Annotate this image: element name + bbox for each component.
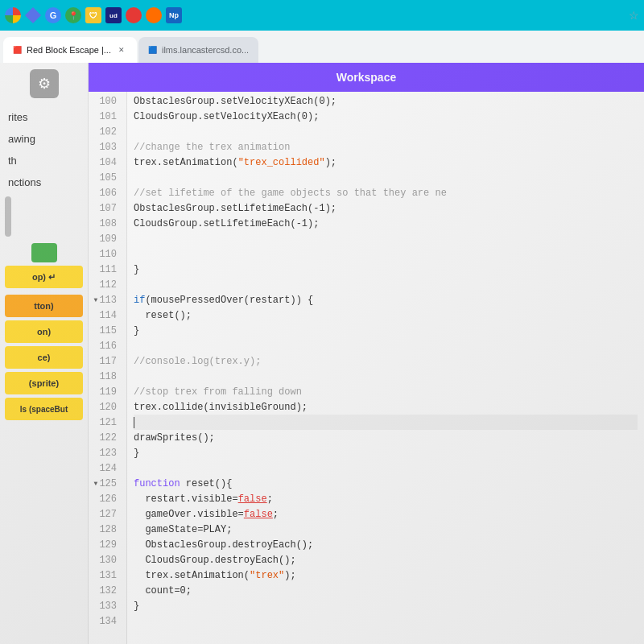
line-number-133: 133 xyxy=(89,598,122,613)
sidebar: ⚙ rites awing th nctions op) ↵ tton) xyxy=(0,63,89,644)
line-number-111: 111 xyxy=(89,262,122,277)
line-number-125: 125 xyxy=(89,476,122,491)
line-number-109: 109 xyxy=(89,231,122,246)
line-number-134: 134 xyxy=(89,613,122,629)
diamond-icon[interactable] xyxy=(25,7,41,23)
star-icon[interactable]: ☆ xyxy=(629,9,639,22)
line-number-116: 116 xyxy=(89,338,122,353)
line-number-112: 112 xyxy=(89,277,122,292)
code-line-125: function reset(){ xyxy=(134,476,638,491)
block-tton[interactable]: tton) xyxy=(5,295,83,317)
line-number-103: 103 xyxy=(89,139,122,155)
code-line-116 xyxy=(134,338,638,353)
line-number-100: 100 xyxy=(89,93,122,109)
line-number-127: 127 xyxy=(89,506,122,522)
code-line-128: gameState=PLAY; xyxy=(134,522,638,537)
code-content[interactable]: ObstaclesGroup.setVelocityXEach(0);Cloud… xyxy=(127,92,644,644)
code-line-120: trex.collide(invisibleGround); xyxy=(134,399,638,415)
editor-container: Workspace 100101102103104105106107108109… xyxy=(89,63,644,644)
line-number-131: 131 xyxy=(89,568,122,583)
block-op[interactable]: op) ↵ xyxy=(5,266,83,288)
line-number-129: 129 xyxy=(89,537,122,552)
code-line-115: } xyxy=(134,323,638,338)
block-spacebut[interactable]: ls (spaceBut xyxy=(5,398,83,420)
block-sprite[interactable]: (sprite) xyxy=(5,372,83,394)
gear-icon: ⚙ xyxy=(38,75,51,93)
sidebar-blocks: op) ↵ xyxy=(0,240,88,291)
chrome-icon[interactable] xyxy=(5,7,21,23)
code-line-108: CloudsGroup.setLifetimeEach(-1); xyxy=(134,216,638,231)
red-icon[interactable] xyxy=(126,7,142,23)
code-line-113: if(mousePressedOver(restart)) { xyxy=(134,292,638,308)
sidebar-blocks-bottom: tton) on) ce) (sprite) ls (spaceBut xyxy=(0,291,88,423)
code-line-133: } xyxy=(134,598,638,613)
line-number-114: 114 xyxy=(89,308,122,323)
orange-icon[interactable] xyxy=(146,7,162,23)
code-line-104: trex.setAnimation("trex_collided"); xyxy=(134,155,638,170)
line-number-105: 105 xyxy=(89,170,122,185)
line-number-115: 115 xyxy=(89,323,122,338)
sidebar-scroll-area xyxy=(0,193,88,240)
block-green[interactable] xyxy=(31,243,57,262)
ud-icon[interactable]: ud xyxy=(105,7,122,23)
tab-red-block[interactable]: 🟥 Red Block Escape |... ✕ xyxy=(3,37,137,63)
code-editor[interactable]: 1001011021031041051061071081091101111121… xyxy=(89,92,644,644)
code-line-123: } xyxy=(134,445,638,460)
line-number-126: 126 xyxy=(89,491,122,506)
code-line-118 xyxy=(134,369,638,384)
browser-top-bar: G 📍 🛡 ud Np ☆ xyxy=(0,0,644,31)
sidebar-item-awing[interactable]: awing xyxy=(0,128,88,150)
browser-chrome: G 📍 🛡 ud Np ☆ 🟥 Red Block Escape |... ✕ … xyxy=(0,0,644,63)
code-line-117: //console.log(trex.y); xyxy=(134,353,638,369)
code-line-127: gameOver.visible=false; xyxy=(134,506,638,522)
tab-ilms[interactable]: 🟦 ilms.lancastercsd.co... xyxy=(138,37,258,63)
block-ce[interactable]: ce) xyxy=(5,346,83,369)
sidebar-scrollbar[interactable] xyxy=(5,196,11,237)
code-line-107: ObstaclesGroup.setLifetimeEach(-1); xyxy=(134,200,638,216)
gear-button[interactable]: ⚙ xyxy=(30,69,59,98)
google-icon[interactable]: G xyxy=(45,7,61,23)
main-content: ⚙ rites awing th nctions op) ↵ tton) xyxy=(0,63,644,644)
code-line-110 xyxy=(134,246,638,262)
code-line-119: //stop trex from falling down xyxy=(134,384,638,399)
line-number-130: 130 xyxy=(89,552,122,568)
code-line-130: CloudsGroup.destroyEach(); xyxy=(134,552,638,568)
code-line-132: count=0; xyxy=(134,583,638,598)
code-line-109 xyxy=(134,231,638,246)
code-line-106: //set lifetime of the game objects so th… xyxy=(134,185,638,200)
code-line-103: //change the trex animation xyxy=(134,139,638,155)
line-number-123: 123 xyxy=(89,445,122,460)
code-line-101: CloudsGroup.setVelocityXEach(0); xyxy=(134,109,638,124)
line-number-124: 124 xyxy=(89,460,122,476)
code-line-124 xyxy=(134,460,638,476)
line-number-128: 128 xyxy=(89,522,122,537)
sidebar-item-th[interactable]: th xyxy=(0,150,88,171)
maps-icon[interactable]: 📍 xyxy=(65,7,81,23)
code-line-134 xyxy=(134,613,638,629)
line-number-101: 101 xyxy=(89,109,122,124)
code-line-129: ObstaclesGroup.destroyEach(); xyxy=(134,537,638,552)
code-line-100: ObstaclesGroup.setVelocityXEach(0); xyxy=(134,93,638,109)
code-line-121 xyxy=(134,415,638,430)
line-number-121: 121 xyxy=(89,415,122,430)
block-on[interactable]: on) xyxy=(5,320,83,343)
line-number-110: 110 xyxy=(89,246,122,262)
code-line-114: reset(); xyxy=(134,308,638,323)
line-number-119: 119 xyxy=(89,384,122,399)
line-number-113: 113 xyxy=(89,292,122,308)
tab-ilms-label: ilms.lancastercsd.co... xyxy=(162,45,249,55)
tab-close-red-block[interactable]: ✕ xyxy=(116,44,127,56)
line-number-102: 102 xyxy=(89,124,122,139)
line-number-117: 117 xyxy=(89,353,122,369)
sidebar-item-nctions[interactable]: nctions xyxy=(0,171,88,193)
sidebar-item-rites[interactable]: rites xyxy=(0,106,88,128)
code-line-111: } xyxy=(134,262,638,277)
code-line-105 xyxy=(134,170,638,185)
np-icon[interactable]: Np xyxy=(166,7,182,23)
line-number-132: 132 xyxy=(89,583,122,598)
line-number-122: 122 xyxy=(89,430,122,445)
line-number-104: 104 xyxy=(89,155,122,170)
code-line-126: restart.visible=false; xyxy=(134,491,638,506)
line-number-108: 108 xyxy=(89,216,122,231)
shield-icon[interactable]: 🛡 xyxy=(85,7,101,23)
